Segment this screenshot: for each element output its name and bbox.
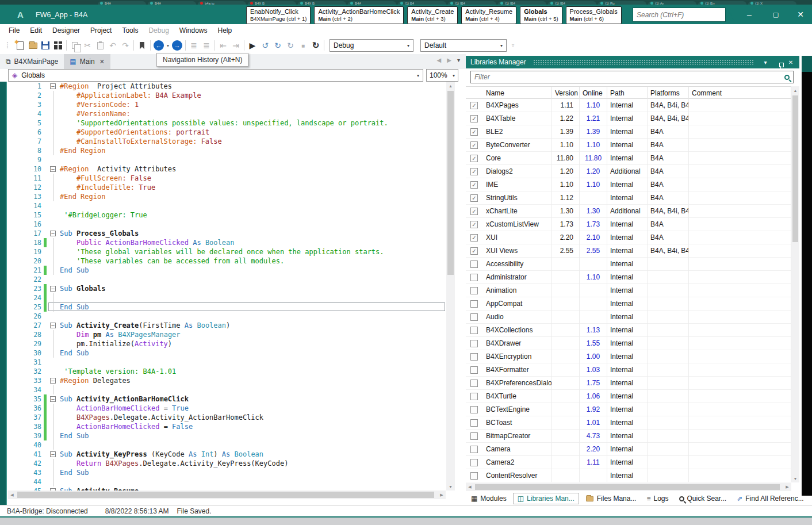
tab-scroll-left-icon[interactable]: ◀ — [437, 57, 442, 63]
library-online[interactable]: 1.10 — [580, 139, 607, 152]
scroll-thumb[interactable] — [475, 484, 780, 490]
library-row[interactable]: Administrator1.10Internal — [466, 271, 791, 284]
code-line[interactable]: 34 — [8, 385, 446, 394]
code-text[interactable]: B4XPages.Delegate.Activity_ActionBarHome… — [60, 413, 263, 422]
code-line[interactable]: 37 B4XPages.Delegate.Activity_ActionBarH… — [8, 413, 446, 422]
library-row[interactable]: ✓XUI2.202.10InternalB4A — [466, 231, 791, 244]
library-online[interactable]: 2.55 — [580, 244, 607, 258]
code-line[interactable]: 42 Return B4XPages.Delegate.Activity_Key… — [8, 459, 446, 468]
scroll-arrow-icon[interactable]: ◀ — [466, 483, 474, 491]
code-text[interactable]: Return B4XPages.Delegate.Activity_KeyPre… — [60, 459, 288, 468]
paste-button[interactable] — [94, 39, 106, 52]
library-row[interactable]: B4XPreferencesDialo1.75Internal — [466, 377, 791, 390]
code-text[interactable]: '#BridgeLogger: True — [60, 210, 147, 220]
code-line[interactable]: 17–Sub Process_Globals — [8, 229, 446, 238]
library-row[interactable]: B4XEncryption1.00Internal — [466, 350, 791, 363]
library-online[interactable]: 1.75 — [580, 377, 607, 390]
library-online[interactable]: 1.39 — [580, 125, 607, 139]
bookmark-button[interactable] — [136, 39, 148, 52]
library-checkbox[interactable]: ✓ — [470, 181, 478, 189]
cut-button[interactable]: ✂ — [81, 39, 94, 52]
maximize-button[interactable]: ▢ — [763, 5, 789, 24]
library-checkbox[interactable] — [470, 260, 478, 268]
code-text[interactable]: End Sub — [60, 431, 89, 440]
step-over-button[interactable]: ↻ — [271, 39, 284, 52]
tab-list-menu-icon[interactable]: ▾ — [457, 57, 460, 63]
scroll-thumb[interactable] — [17, 492, 434, 498]
doc-tab-main[interactable]: ▤Main✕ — [64, 54, 110, 69]
library-online[interactable]: 1.73 — [580, 218, 607, 231]
menu-item-project[interactable]: Project — [85, 26, 117, 35]
library-online[interactable]: 1.21 — [580, 112, 607, 125]
library-filter-input[interactable] — [474, 73, 784, 81]
quick-jump-tab[interactable]: GlobalsMain (ctrl + 5) — [520, 6, 562, 24]
code-line[interactable]: 44 — [8, 477, 446, 486]
library-online[interactable]: 1.13 — [580, 324, 607, 337]
code-line[interactable]: 41–Sub Activity_KeyPress (KeyCode As Int… — [8, 450, 446, 459]
menu-item-edit[interactable]: Edit — [25, 26, 47, 35]
bottom-tab-quick-sear-[interactable]: Quick Sear... — [675, 493, 731, 504]
code-text[interactable]: 'These global variables will be declared… — [60, 247, 384, 256]
code-text[interactable]: Sub Globals — [60, 284, 105, 293]
column-header-online[interactable]: Online — [580, 87, 607, 99]
scroll-arrow-icon[interactable]: ▼ — [446, 482, 455, 490]
code-text[interactable]: 'Template version: B4A-1.01 — [60, 367, 176, 376]
libraries-vertical-scrollbar[interactable]: ▲▼ — [791, 86, 799, 482]
scroll-arrow-icon[interactable]: ▲ — [446, 82, 455, 90]
column-header-path[interactable]: Path — [607, 87, 648, 99]
code-line[interactable]: 32 'Template version: B4A-1.01 — [8, 367, 446, 376]
editor-vertical-scrollbar[interactable]: ▲▼ — [446, 82, 455, 490]
code-text[interactable]: ActionBarHomeClicked = True — [60, 404, 189, 413]
library-online[interactable]: 2.10 — [580, 231, 607, 244]
library-filter-box[interactable] — [470, 71, 794, 83]
library-row[interactable]: ✓xChartLite1.301.30AdditionalB4A, B4i, B… — [466, 205, 791, 218]
package-button[interactable] — [52, 39, 64, 52]
library-row[interactable]: AudioInternal — [466, 311, 791, 324]
code-line[interactable]: 33–#Region Delegates — [8, 376, 446, 385]
code-line[interactable]: 9 — [8, 155, 446, 164]
code-text[interactable]: #End Region — [60, 192, 105, 201]
library-checkbox[interactable] — [470, 432, 478, 440]
library-checkbox[interactable]: ✓ — [470, 221, 478, 228]
library-checkbox[interactable] — [470, 393, 478, 400]
fold-collapse-icon[interactable]: – — [50, 166, 56, 172]
library-online[interactable]: 1.10 — [580, 178, 607, 191]
library-online[interactable]: 1.92 — [580, 403, 607, 416]
profile-select[interactable]: Default ▾ — [420, 39, 507, 52]
code-text[interactable]: End Sub — [60, 266, 89, 275]
library-checkbox[interactable] — [470, 340, 478, 347]
save-button[interactable] — [39, 39, 52, 52]
library-online[interactable]: 11.80 — [580, 152, 607, 165]
library-row[interactable]: B4XDrawer1.55Internal — [466, 337, 791, 350]
library-row[interactable]: B4XTurtle1.06Internal — [466, 390, 791, 403]
toolbar-overflow-button[interactable]: ▿ — [507, 39, 519, 52]
code-text[interactable]: ActionBarHomeClicked = False — [60, 422, 193, 431]
code-text[interactable]: #VersionName: — [60, 109, 131, 118]
code-line[interactable]: 2 #ApplicationLabel: B4A Example — [8, 91, 446, 100]
quick-jump-tab[interactable]: Activity_CreateMain (ctrl + 3) — [407, 6, 458, 24]
code-line[interactable]: 21End Sub — [8, 266, 446, 275]
code-line[interactable]: 26 — [8, 312, 446, 321]
code-editor[interactable]: 1–#Region Project Attributes2 #Applicati… — [8, 82, 446, 490]
libraries-horizontal-scrollbar[interactable]: ◀▶ — [466, 483, 791, 491]
fold-collapse-icon[interactable]: – — [50, 488, 56, 490]
code-line[interactable]: 29 pm.Initialize(Activity) — [8, 339, 446, 348]
fold-collapse-icon[interactable]: – — [50, 378, 56, 384]
redo-button[interactable]: ↷ — [119, 39, 132, 52]
library-checkbox[interactable] — [470, 406, 478, 413]
library-checkbox[interactable] — [470, 472, 478, 480]
library-checkbox[interactable]: ✓ — [470, 168, 478, 175]
code-line[interactable]: 11 #FullScreen: False — [8, 174, 446, 183]
scroll-arrow-icon[interactable]: ▶ — [438, 490, 446, 499]
quick-jump-tab[interactable]: Process_GlobalsMain (ctrl + 6) — [566, 6, 622, 24]
column-header-platforms[interactable]: Platforms — [648, 87, 689, 99]
library-checkbox[interactable]: ✓ — [470, 102, 478, 109]
library-checkbox[interactable]: ✓ — [470, 141, 478, 149]
library-checkbox[interactable] — [470, 327, 478, 334]
code-text[interactable]: Sub Activity_ActionBarHomeClick — [60, 394, 189, 404]
code-text[interactable]: #IncludeTitle: True — [60, 183, 155, 192]
code-line[interactable]: 40 — [8, 440, 446, 450]
stop-button[interactable]: ■ — [297, 39, 309, 52]
scroll-arrow-icon[interactable]: ▶ — [783, 483, 791, 491]
code-line[interactable]: 45–Sub Activity_Resume — [8, 486, 446, 490]
